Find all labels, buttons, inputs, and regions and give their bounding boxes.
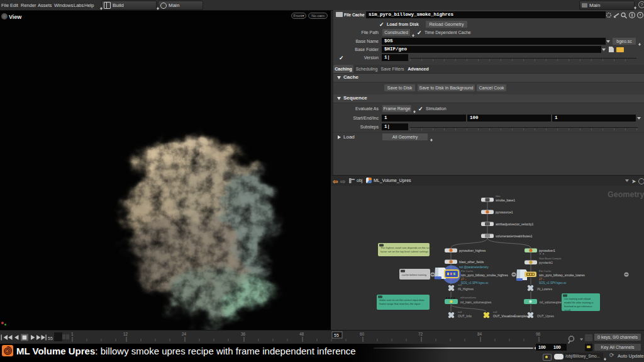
svg-text:smoke_base1: smoke_base1: [496, 198, 515, 202]
svg-text:SOS_v1 SP4 bgeo.sc: SOS_v1 SP4 bgeo.sc: [461, 281, 489, 285]
svg-text:Start Boost Compile: Start Boost Compile: [539, 257, 562, 260]
svg-text:55: 55: [334, 333, 339, 337]
svg-text:27 ↓: 27 ↓: [539, 278, 545, 281]
svg-text:attribadjustvector_velocity1: attribadjustvector_velocity1: [496, 222, 534, 226]
svg-text:48: 48: [299, 332, 304, 336]
svg-text:OUT_VisualizeExamples: OUT_VisualizeExamples: [493, 314, 528, 318]
svg-text:60: 60: [360, 332, 365, 336]
svg-text:sim_pyro_billowy_smoke_highres: sim_pyro_billowy_smoke_highres: [461, 273, 508, 277]
svg-text:IN_Highres: IN_Highres: [458, 287, 474, 291]
svg-text:finished to get inference: finished to get inference: [564, 305, 592, 308]
svg-text:▲ ▲: ▲ ▲: [539, 252, 545, 255]
svg-text:36: 36: [241, 332, 246, 336]
svg-text:mltrainvolume: mltrainvolume: [460, 296, 477, 299]
svg-text:pyrosolver_highres: pyrosolver_highres: [459, 249, 486, 252]
svg-text:factor set on the top level su: factor set on the top level subnet setti…: [380, 250, 428, 253]
svg-text:ml_train_volumeupres: ml_train_volumeupres: [460, 300, 492, 304]
svg-text:sim_pyro_billowy_smoke_lowres: sim_pyro_billowy_smoke_lowres: [539, 273, 585, 277]
svg-text:pyrotank1: pyrotank1: [539, 261, 553, 264]
svg-text:null: null: [458, 283, 462, 286]
svg-text:72: 72: [418, 332, 423, 336]
svg-text:model file after training is: model file after training is: [564, 301, 594, 304]
svg-text:OUT_Info: OUT_Info: [458, 314, 472, 318]
svg-text:ml_volumeupres: ml_volumeupres: [540, 300, 563, 304]
svg-text:frame range that matches the i: frame range that matches the input...: [379, 302, 422, 305]
svg-text:null: null: [493, 310, 497, 314]
svg-text:make sure to set the correct i: make sure to set the correct input data: [379, 298, 425, 302]
svg-text:not @parameterdensity: not @parameterdensity: [459, 266, 489, 269]
svg-text:null: null: [458, 310, 462, 314]
svg-text:cache before training: cache before training: [402, 273, 427, 276]
svg-text:File Cache: File Cache: [461, 269, 474, 273]
svg-text:The highres voxel size depends: The highres voxel size depends on the sc…: [380, 246, 433, 249]
svg-text:pyrosource1: pyrosource1: [496, 210, 513, 214]
svg-text:volumerasterizeattributes1: volumerasterizeattributes1: [496, 234, 533, 238]
svg-text:1: 1: [71, 332, 74, 336]
svg-text:27 ↓: 27 ↓: [461, 278, 467, 281]
svg-text:OUT_Upres: OUT_Upres: [537, 314, 554, 318]
svg-text:result.: result.: [564, 308, 571, 312]
svg-text:Geo: Geo: [496, 195, 501, 198]
svg-text:IN_Lowres: IN_Lowres: [537, 287, 552, 291]
svg-text:24: 24: [182, 332, 187, 336]
svg-text:blast_other_fields: blast_other_fields: [459, 260, 484, 264]
svg-text:96: 96: [536, 332, 541, 336]
svg-text:12: 12: [123, 332, 128, 336]
svg-text:55: 55: [48, 336, 53, 341]
svg-text:SOS_v1 SP4 bgeo.sc: SOS_v1 SP4 bgeo.sc: [539, 281, 567, 285]
svg-text:84: 84: [477, 332, 482, 336]
svg-text:File Cache: File Cache: [539, 269, 552, 273]
svg-text:run training and reload: run training and reload: [564, 297, 591, 300]
